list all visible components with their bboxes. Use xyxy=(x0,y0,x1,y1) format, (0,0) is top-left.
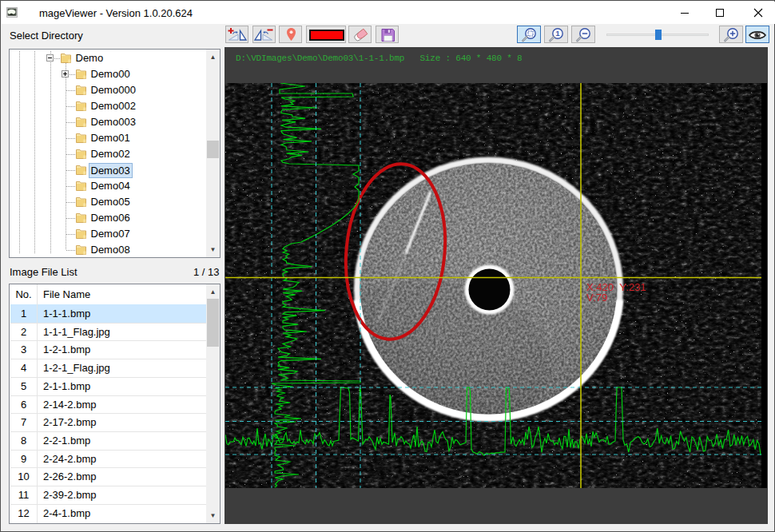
svg-text:1: 1 xyxy=(555,30,559,38)
svg-text:V:79: V:79 xyxy=(586,292,607,304)
